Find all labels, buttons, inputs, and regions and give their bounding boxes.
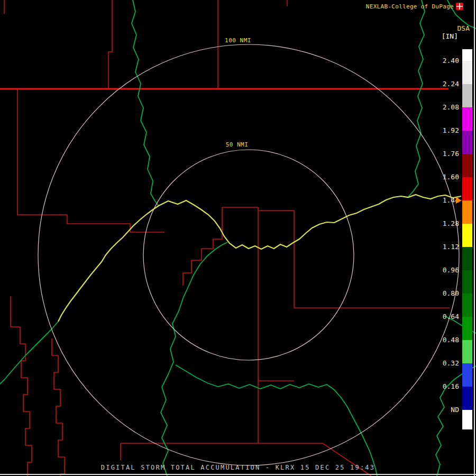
colorbar-segment [462, 317, 472, 340]
colorbar-label: 0.80 [434, 290, 459, 297]
colorbar-segment [462, 224, 472, 247]
colorbar-segment [462, 247, 472, 270]
colorbar-label: 0.64 [434, 313, 459, 321]
colorbar-label: 1.28 [434, 220, 459, 227]
colorbar-segment [462, 177, 472, 200]
colorbar-label: 2.08 [434, 104, 459, 111]
colorbar-segment [462, 387, 472, 410]
colorbar-segment [462, 61, 472, 84]
range-ring-100-label: 100 NMI [225, 37, 251, 44]
product-code: DSA [457, 24, 470, 32]
colorbar-segment [462, 340, 472, 363]
cod-logo-icon [456, 3, 463, 10]
colorbar-label: 0.16 [434, 383, 459, 390]
colorbar-segment [462, 270, 472, 294]
colorbar-label: 2.40 [434, 57, 459, 65]
colorbar-segment [462, 49, 472, 61]
colorbar-segment [462, 200, 472, 224]
frame-line-right [474, 0, 475, 476]
colorbar-label: 0.96 [434, 267, 459, 274]
colorbar-label: 0.48 [434, 336, 459, 344]
colorbar-segment [462, 107, 472, 131]
colorbar-label: 2.24 [434, 80, 459, 88]
colorbar-label: 1.60 [434, 173, 459, 181]
colorbar-segment [462, 363, 472, 387]
range-ring-50-label: 50 NMI [226, 141, 249, 148]
colorbar-label: ND [434, 406, 459, 414]
colorbar-segment [462, 410, 472, 429]
colorbar-segment [462, 154, 472, 177]
brand-text: NEXLAB-College of DuPage [366, 3, 454, 10]
rivers [0, 0, 476, 476]
radar-display: 100 NMI 50 NMI NEXLAB-College of DuPage … [0, 0, 476, 476]
product-units: [IN] [442, 32, 458, 40]
frame-line-bottom [0, 474, 476, 475]
radar-map: 100 NMI 50 NMI [0, 0, 476, 476]
range-ring-100nmi [38, 44, 459, 465]
product-title: DIGITAL STORM TOTAL ACCUMULATION - KLRX … [0, 464, 476, 471]
colorbar-label: 1.12 [434, 243, 459, 251]
colorbar-label: 0.32 [434, 360, 459, 367]
range-ring-50nmi [143, 150, 354, 360]
colorbar-segment [462, 294, 472, 317]
colorbar-label: 1.76 [434, 150, 459, 158]
colorbar-label: 1.92 [434, 127, 459, 134]
max-value-arrow [456, 197, 462, 204]
colorbar: 2.402.242.081.921.761.601.441.281.120.96… [434, 49, 473, 429]
county-boundaries [4, 0, 450, 476]
colorbar-segment [462, 131, 472, 154]
colorbar-label: 1.44 [434, 197, 459, 204]
precip-swath [58, 195, 461, 322]
colorbar-segment [462, 84, 472, 107]
